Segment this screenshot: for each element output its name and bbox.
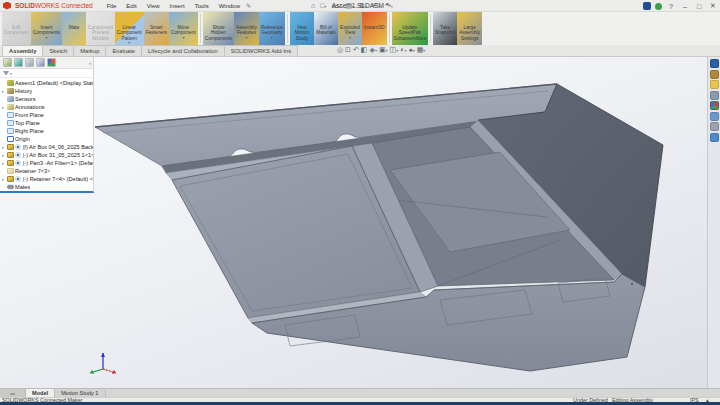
new-document-icon[interactable]: □▾ (318, 2, 328, 9)
tree-item[interactable]: ▸ (-) Retainer 7<4> (Default) < (0, 175, 93, 183)
edit-appearance-icon[interactable]: ●▾ (408, 45, 414, 56)
undo-icon[interactable]: ↶▾ (370, 2, 382, 10)
3dexperience-badge-icon[interactable] (643, 2, 651, 10)
headsup-view-toolbar: ◎ ⊡ ↶ ◧ ◈▾ ▣▾ ◫▾ ◐▾ ●▾ ▦▾ (337, 45, 425, 56)
tree-item[interactable]: ▸ Mates (0, 183, 93, 191)
pin-menu-icon[interactable]: ✎ (246, 2, 251, 9)
apply-scene-icon[interactable]: ▦▾ (417, 45, 426, 56)
tree-item[interactable]: ▸ (-) Air Box 31_05_2025 1<1> ( (0, 151, 93, 159)
zoom-to-fit-icon[interactable]: ◎ (337, 45, 343, 56)
3dexperience-icon[interactable] (710, 59, 719, 68)
dropdown-caret-icon: ▾ (338, 4, 340, 9)
tab-scroll-buttons[interactable]: ◂ ▸ (0, 389, 26, 397)
dropdown-caret-icon: ▾ (396, 48, 398, 53)
command-tab[interactable]: Evaluate (105, 45, 142, 56)
display-style-icon[interactable]: ◫▾ (390, 45, 399, 56)
menu-item[interactable]: Edit (122, 2, 140, 10)
tree-item[interactable]: ▸ Top Plane (0, 119, 93, 127)
tree-item-label: Retainer 7<3> (15, 168, 50, 174)
filter-funnel-icon (3, 71, 9, 75)
tree-item[interactable]: ▸ (f) Air Box 04_06_2025 Back C (0, 143, 93, 151)
sensors-folder-icon (7, 96, 14, 103)
dropdown-caret-icon: ▾ (391, 4, 393, 9)
hide-show-items-icon[interactable]: ◐▾ (400, 45, 406, 56)
tree-item-label: (-) Retainer 7<4> (Default) < (23, 176, 93, 182)
open-document-icon[interactable]: ▭▾ (330, 2, 343, 10)
close-button[interactable]: ✕ (708, 2, 718, 10)
previous-view-icon[interactable]: ↶ (353, 45, 359, 56)
home-icon[interactable]: ⌂ (309, 2, 317, 9)
menu-item[interactable]: File (103, 2, 121, 10)
quick-access-toolbar: ⌂ □▾ ▭▾ ◫▾ ⚙▾ ↶▾ ↷▾ (309, 2, 395, 10)
featuremanager-tree-icon[interactable] (3, 58, 12, 67)
bottom-tab-bar: ◂ ▸ ModelMotion Study 1 (0, 388, 720, 397)
tree-item[interactable]: ▸ History (0, 87, 93, 95)
tree-item[interactable]: ▸ Origin (0, 135, 93, 143)
annotation-views-icon[interactable]: ◈▾ (369, 45, 376, 56)
appearances-scenes-icon[interactable] (710, 101, 719, 110)
filter-caret-icon: ▾ (10, 71, 12, 76)
solidworks-logo-icon (3, 2, 11, 10)
tree-item-label: Right Plane (15, 128, 44, 134)
tree-filter[interactable]: ▾ (0, 69, 93, 78)
tree-item[interactable]: ▸ Retainer 7<3> (0, 167, 93, 175)
settings-icon[interactable]: ⚙▾ (357, 2, 369, 10)
tree-item-label: Mates (15, 184, 30, 190)
eye-icon (15, 176, 21, 182)
dropdown-caret-icon: ▾ (365, 4, 367, 9)
tree-item-label: Sensors (15, 96, 36, 102)
user-status-icon[interactable] (655, 3, 662, 10)
model-tab[interactable]: Motion Study 1 (55, 389, 105, 397)
command-tab[interactable]: Assembly (2, 45, 43, 56)
panel-header-more-icon[interactable]: › (89, 60, 91, 66)
tree-item[interactable]: ▸ Right Plane (0, 127, 93, 135)
menu-item[interactable]: Insert (166, 2, 189, 10)
redo-icon[interactable]: ↷▾ (383, 2, 395, 10)
3d-model[interactable] (0, 0, 720, 405)
menu-bar: FileEditViewInsertToolsWindow (103, 2, 244, 10)
dropdown-caret-icon: ▾ (413, 48, 415, 53)
forum-icon[interactable] (710, 133, 719, 142)
zoom-to-area-icon[interactable]: ⊡ (345, 45, 351, 56)
minimize-button[interactable]: – (680, 3, 690, 10)
menu-item[interactable]: View (143, 2, 164, 10)
command-tab[interactable]: Markup (73, 45, 106, 56)
titlebar: SOLIDWORKS Connected FileEditViewInsertT… (0, 0, 720, 12)
view-palette-icon[interactable] (710, 91, 719, 100)
tree-item-label: (-) Air Box 31_05_2025 1<1> ( (23, 152, 94, 158)
tree-item-label: Assem1 (Default) <Display State- (15, 80, 93, 86)
app-brand: SOLIDWORKS Connected (15, 2, 93, 9)
configurationmanager-icon[interactable] (25, 58, 34, 67)
section-view-icon[interactable]: ◧ (361, 45, 368, 56)
dropdown-caret-icon: ▾ (423, 48, 425, 53)
feature-tree: ▸ Assem1 (Default) <Display State- ▸ His… (0, 78, 93, 191)
command-tab[interactable]: Lifecycle and Collaboration (141, 45, 225, 56)
dropdown-caret-icon: ▾ (375, 48, 377, 53)
annotations-folder-icon (7, 104, 14, 111)
design-library-icon[interactable] (710, 70, 719, 79)
solidworks-resources-icon[interactable] (710, 122, 719, 131)
tree-item[interactable]: ▸ Annotations (0, 103, 93, 111)
command-tab[interactable]: SOLIDWORKS Add-Ins (224, 45, 299, 56)
menu-item[interactable]: Tools (191, 2, 213, 10)
component-icon (7, 176, 14, 183)
view-orientation-icon[interactable]: ▣▾ (379, 45, 388, 56)
tree-item[interactable]: ▸ (-) Part3 -Air Filter<1> (Defau (0, 159, 93, 167)
save-icon[interactable]: ◫▾ (343, 2, 356, 10)
command-tab[interactable]: Sketch (42, 45, 74, 56)
tree-item[interactable]: ▸ Sensors (0, 95, 93, 103)
custom-properties-icon[interactable] (710, 112, 719, 121)
help-button[interactable]: ? (666, 3, 676, 10)
menu-item[interactable]: Window (215, 2, 244, 10)
model-tab[interactable]: Model (26, 389, 55, 397)
restore-button[interactable]: □ (694, 3, 704, 10)
tree-item[interactable]: ▸ Assem1 (Default) <Display State- (0, 79, 93, 87)
tree-item[interactable]: ▸ Front Plane (0, 111, 93, 119)
displaymanager-icon[interactable] (47, 58, 56, 67)
propertymanager-icon[interactable] (14, 58, 23, 67)
tree-item-label: Annotations (15, 104, 45, 110)
dimxpertmanager-icon[interactable] (36, 58, 45, 67)
panel-header-tabs: › (0, 57, 93, 69)
eye-icon (15, 144, 21, 150)
file-explorer-icon[interactable] (710, 80, 719, 89)
